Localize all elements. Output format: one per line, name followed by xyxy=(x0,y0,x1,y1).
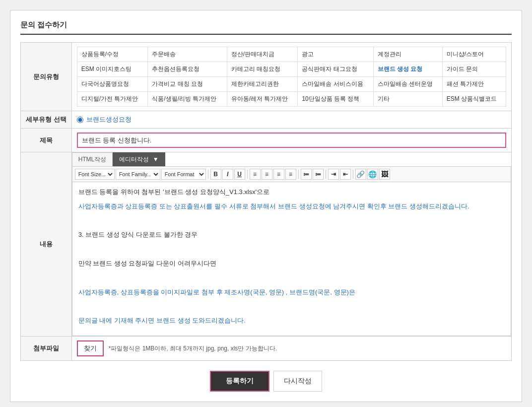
link-button[interactable]: 🔗 xyxy=(355,169,366,180)
attach-label: 첨부파일 xyxy=(21,337,72,361)
detail-type-radio[interactable] xyxy=(77,117,83,123)
subject-content xyxy=(71,129,511,152)
subject-row: 제목 xyxy=(21,129,512,152)
cat-esm-image[interactable]: ESM 이미지호스팅 xyxy=(77,62,148,77)
editor-toolbar: Font Size... Font Family... Font Format … xyxy=(72,167,511,182)
toolbar-sep-5 xyxy=(353,170,353,179)
editor-line-11 xyxy=(78,330,505,336)
table-button[interactable]: 🖼 xyxy=(379,169,390,180)
editor-area[interactable]: 브랜드 등록을 위하여 첨부된 '브랜드 생성 요청양식_V1.3.xlsx'으… xyxy=(72,182,511,336)
register-button[interactable]: 등록하기 xyxy=(210,371,269,392)
align-justify-button[interactable]: ≡ xyxy=(285,169,296,180)
form-table: 문의유형 상품등록/수정 주문배송 정산/판매대치금 광고 계정관리 미니샵/스… xyxy=(20,42,512,361)
cat-ad[interactable]: 광고 xyxy=(298,47,373,62)
content-cell: HTML작성 에디터작성 ▼ Font Size... Font Family.… xyxy=(71,152,511,337)
cat-10dan[interactable]: 10단일상품 등록 정책 xyxy=(298,92,373,107)
align-center-button[interactable]: ≡ xyxy=(262,169,272,180)
main-container: 문의 접수하기 문의유형 상품등록/수정 주문배송 정산/판매대치금 광고 계정… xyxy=(10,10,522,402)
editor-line-9 xyxy=(78,301,505,312)
bottom-buttons: 등록하기 다시작성 xyxy=(20,371,512,392)
underline-button[interactable]: U xyxy=(234,169,245,180)
bold-button[interactable]: B xyxy=(210,169,221,180)
toolbar-sep-3 xyxy=(298,170,299,179)
list-ol-button[interactable]: ≔ xyxy=(301,169,312,180)
category-row-1: 상품등록/수정 주문배송 정산/판매대치금 광고 계정관리 미니샵/스토어 xyxy=(77,47,506,62)
cat-guide[interactable]: 가이드 문의 xyxy=(442,62,506,77)
cat-delivery[interactable]: 주문배송 xyxy=(148,47,227,62)
cat-other[interactable]: 기타 xyxy=(373,92,442,107)
editor-line-8: 사업자등록증, 상표등록증을 이미지파일로 첨부 후 제조사명(국문, 영문) … xyxy=(78,287,505,298)
toolbar-sep-1 xyxy=(208,170,208,179)
editor-line-2: 사업자등록증과 상표등록증 또는 상표출원서를 필수 서류로 첨부해서 브랜드 … xyxy=(78,202,505,212)
font-size-select[interactable]: Font Size... xyxy=(75,169,115,180)
editor-line-7 xyxy=(78,273,505,283)
category-row-2: ESM 이미지호스팅 추천옵션등록요청 카테고리 매칭요청 공식판매자 태그요청… xyxy=(77,62,506,77)
cat-digital[interactable]: 디지털/가전 특가제안 xyxy=(77,92,148,107)
toolbar-sep-4 xyxy=(326,170,326,179)
list-ul-button[interactable]: ≔ xyxy=(313,169,324,180)
cat-smile-center[interactable]: 스마일배송 센터운영 xyxy=(373,77,442,92)
detail-type-label: 세부유형 선택 xyxy=(21,111,72,129)
font-family-select[interactable]: Font Family... xyxy=(116,169,160,180)
inquiry-type-content: 상품등록/수정 주문배송 정산/판매대치금 광고 계정관리 미니샵/스토어 ES… xyxy=(71,43,511,111)
cat-food[interactable]: 식품/생필/리빙 특가제안 xyxy=(148,92,227,107)
attach-row: 첨부파일 찾기 *파일형식은 1MB이하, 최대 5개까지 jpg, png, … xyxy=(21,337,512,361)
detail-type-content: 브랜드생성요청 xyxy=(71,111,511,129)
detail-type-row: 세부유형 선택 브랜드생성요청 xyxy=(21,111,512,129)
content-label: 내용 xyxy=(21,152,72,337)
reset-button[interactable]: 다시작성 xyxy=(273,371,322,392)
cat-minishop[interactable]: 미니샵/스토어 xyxy=(442,47,506,62)
italic-button[interactable]: I xyxy=(222,169,233,180)
cat-limit[interactable]: 제한카테고리권한 xyxy=(227,77,298,92)
page-title: 문의 접수하기 xyxy=(20,20,512,35)
inquiry-type-row: 문의유형 상품등록/수정 주문배송 정산/판매대치금 광고 계정관리 미니샵/스… xyxy=(21,43,512,111)
cat-baby[interactable]: 유아동/레저 특가제안 xyxy=(227,92,298,107)
cat-product[interactable]: 상품등록/수정 xyxy=(77,47,148,62)
cat-multilang[interactable]: 다국어상품명요청 xyxy=(77,77,148,92)
attach-button[interactable]: 찾기 xyxy=(77,340,104,356)
cat-recommend[interactable]: 추천옵션등록요청 xyxy=(148,62,227,77)
tab-html[interactable]: HTML작성 xyxy=(72,152,113,166)
tab-editor[interactable]: 에디터작성 ▼ xyxy=(113,152,165,166)
content-section: HTML작성 에디터작성 ▼ Font Size... Font Family.… xyxy=(72,152,511,336)
cat-official[interactable]: 공식판매자 태그요청 xyxy=(298,62,373,77)
attach-content: 찾기 *파일형식은 1MB이하, 최대 5개까지 jpg, png, xls만 … xyxy=(71,337,511,361)
detail-type-radio-label[interactable]: 브랜드생성요청 xyxy=(77,115,506,124)
cat-esm-code[interactable]: ESM 상품식별코드 xyxy=(442,92,506,107)
editor-line-10: 문의글 내에 기재해 주시면 브랜드 생성 도와드리겠습니다. xyxy=(78,316,505,326)
category-row-3: 다국어상품명요청 가격비교 매칭 요청 제한카테고리권한 스마일배송 서비스이용… xyxy=(77,77,506,92)
font-format-select[interactable]: Font Format xyxy=(161,169,206,180)
cat-price[interactable]: 가격비교 매칭 요청 xyxy=(148,77,227,92)
toolbar-sep-2 xyxy=(247,170,248,179)
align-right-button[interactable]: ≡ xyxy=(273,169,284,180)
editor-line-5 xyxy=(78,244,505,255)
inquiry-type-label: 문의유형 xyxy=(21,43,72,111)
editor-line-6: 만약 브랜드 생성 요청파일 다운이 어려우시다면 xyxy=(78,259,505,269)
editor-tabs: HTML작성 에디터작성 ▼ xyxy=(72,152,511,167)
attach-description: *파일형식은 1MB이하, 최대 5개까지 jpg, png, xls만 가능합… xyxy=(109,344,277,353)
image-button[interactable]: 🌐 xyxy=(367,169,378,180)
cat-smile-service[interactable]: 스마일배송 서비스이용 xyxy=(298,77,373,92)
cat-settlement[interactable]: 정산/판매대치금 xyxy=(227,47,298,62)
attach-section: 찾기 *파일형식은 1MB이하, 최대 5개까지 jpg, png, xls만 … xyxy=(77,340,506,356)
align-left-button[interactable]: ≡ xyxy=(250,169,261,180)
editor-line-3 xyxy=(78,216,505,226)
cat-category[interactable]: 카테고리 매칭요청 xyxy=(227,62,298,77)
content-row: 내용 HTML작성 에디터작성 ▼ Font Size... xyxy=(21,152,512,337)
subject-input[interactable] xyxy=(77,133,506,148)
cat-fashion[interactable]: 패션 특가제안 xyxy=(442,77,506,92)
outdent-button[interactable]: ⇤ xyxy=(340,169,351,180)
subject-label: 제목 xyxy=(21,129,72,152)
tab-dropdown-icon[interactable]: ▼ xyxy=(153,156,159,163)
category-row-4: 디지털/가전 특가제안 식품/생필/리빙 특가제안 유아동/레저 특가제안 10… xyxy=(77,92,506,107)
cat-brand[interactable]: 브랜드 생성 요청 xyxy=(373,62,442,77)
category-table: 상품등록/수정 주문배송 정산/판매대치금 광고 계정관리 미니샵/스토어 ES… xyxy=(77,47,506,107)
editor-line-4: 3. 브랜드 생성 양식 다운로드 불가한 경우 xyxy=(78,230,505,240)
editor-line-1: 브랜드 등록을 위하여 첨부된 '브랜드 생성 요청양식_V1.3.xlsx'으… xyxy=(78,187,505,198)
cat-account[interactable]: 계정관리 xyxy=(373,47,442,62)
detail-type-text: 브랜드생성요청 xyxy=(86,115,132,124)
indent-button[interactable]: ⇥ xyxy=(328,169,339,180)
